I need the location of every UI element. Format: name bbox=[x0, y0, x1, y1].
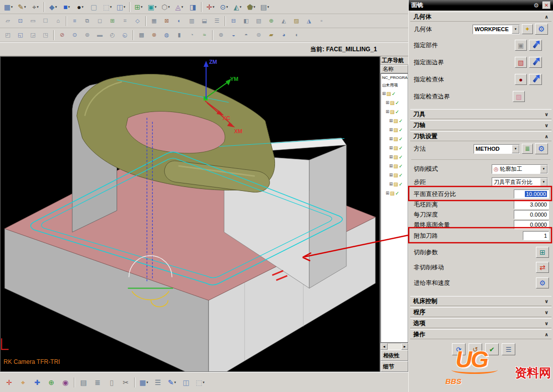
dropdown-arrow-icon[interactable]: ▾ bbox=[540, 165, 547, 173]
select-part-button[interactable]: ▣ bbox=[515, 40, 527, 51]
graphics-viewport[interactable]: ZM YM XC XM RK Camera TFR-TRI bbox=[0, 56, 380, 372]
section-actions[interactable]: 操作 ∧ bbox=[410, 329, 551, 339]
select-check-boundary-button[interactable]: ▨ bbox=[513, 91, 525, 102]
stepover-select[interactable]: 刀具平直百分比 ▾ bbox=[492, 177, 548, 187]
cut-pattern-select[interactable]: ◎ 轮廓加工 ▾ bbox=[492, 164, 548, 174]
expander-icon[interactable]: ⊞ bbox=[382, 91, 386, 96]
expander-icon[interactable]: ⊞ bbox=[389, 118, 393, 123]
toolbar-button[interactable]: ◻ bbox=[94, 16, 106, 27]
toolbar-button[interactable]: ◉ bbox=[59, 376, 72, 389]
dialog-title-bar[interactable]: 面铣 ⚙ ✕ bbox=[409, 0, 553, 11]
toolbar-button[interactable]: ⊞ bbox=[107, 16, 118, 27]
final-floor-stock-input[interactable]: 0.0000 bbox=[514, 220, 549, 229]
toolbar-button[interactable]: ☐ bbox=[40, 16, 51, 27]
toolbar-button[interactable]: ☰ bbox=[211, 16, 223, 27]
toolbar-button[interactable]: ◬▾ bbox=[173, 1, 186, 13]
display-part-button[interactable] bbox=[529, 40, 542, 51]
toolbar-button[interactable]: ⬚▾ bbox=[194, 376, 207, 389]
toolbar-button[interactable]: ▯ bbox=[105, 376, 118, 389]
toolbar-button[interactable]: ◕ bbox=[278, 30, 290, 41]
toolbar-button[interactable]: ◭ bbox=[278, 16, 290, 27]
toolbar-button[interactable]: ⊕ bbox=[45, 376, 58, 389]
expander-icon[interactable]: ⊞ bbox=[386, 190, 390, 195]
navigator-tree-row[interactable]: ⊞▨✓ bbox=[381, 89, 408, 98]
toolbar-button[interactable]: ⌂ bbox=[52, 16, 64, 27]
expander-icon[interactable]: ⊞ bbox=[389, 163, 393, 168]
blank-distance-input[interactable]: 3.0000 bbox=[514, 200, 549, 209]
navigator-tree-row[interactable]: ⊞▨✓ bbox=[381, 161, 408, 170]
toolbar-button[interactable]: ◳ bbox=[40, 30, 51, 41]
method-select[interactable]: METHOD ▾ bbox=[474, 144, 520, 154]
display-face-boundary-button[interactable] bbox=[529, 57, 542, 68]
toolbar-button[interactable]: ◭▾ bbox=[231, 1, 244, 13]
geometry-select[interactable]: WORKPIECE ▾ bbox=[473, 25, 520, 34]
toolbar-button[interactable]: ◰ bbox=[2, 30, 14, 41]
toolbar-button[interactable]: ☰ bbox=[151, 376, 164, 389]
expander-icon[interactable]: ⊞ bbox=[386, 109, 390, 114]
toolbar-button[interactable]: ✎▾ bbox=[165, 376, 178, 389]
toolbar-button[interactable]: ◱ bbox=[15, 30, 26, 41]
toolbar-button[interactable]: ▬ bbox=[94, 30, 106, 41]
navigator-tree-row[interactable]: ⊞▨✓ bbox=[381, 116, 408, 125]
toolbar-button[interactable]: ≡ bbox=[69, 16, 80, 27]
toolbar-button[interactable]: ✛▾ bbox=[204, 1, 217, 13]
toolbar-button[interactable]: ▮ bbox=[173, 30, 185, 41]
section-path-settings[interactable]: 刀轨设置 ∧ bbox=[410, 131, 551, 141]
feeds-speeds-button[interactable]: ⚙ bbox=[536, 277, 549, 288]
tree-item-unused[interactable]: ⊟ 未用项 bbox=[381, 81, 408, 89]
toolbar-button[interactable]: ▫ bbox=[316, 16, 327, 27]
toolbar-button[interactable]: ⊟ bbox=[228, 16, 239, 27]
new-geometry-button[interactable]: ✦ bbox=[522, 24, 533, 34]
dialog-close-button[interactable]: ✕ bbox=[542, 2, 550, 9]
toolbar-button[interactable]: ⊛ bbox=[215, 30, 227, 41]
toolbar-button[interactable]: ⊘ bbox=[56, 30, 68, 41]
navigator-tree-row[interactable]: ⊞▨✓ bbox=[381, 143, 408, 152]
toolbar-button[interactable]: ≈ bbox=[199, 30, 210, 41]
toolbar-button[interactable]: ▤▾ bbox=[258, 1, 271, 13]
toolbar-button[interactable]: ▰ bbox=[265, 30, 277, 41]
toolbar-button[interactable]: ◍ bbox=[161, 30, 172, 41]
toolbar-button[interactable]: ◲ bbox=[27, 30, 39, 41]
toolbar-button[interactable]: ⊕ bbox=[265, 16, 277, 27]
dropdown-arrow-icon[interactable]: ▾ bbox=[512, 25, 519, 34]
toolbar-button[interactable]: ⌖▾ bbox=[29, 1, 42, 13]
dropdown-arrow-icon[interactable]: ▾ bbox=[540, 178, 547, 186]
toolbar-button[interactable]: ✎▾ bbox=[16, 1, 28, 13]
scrollbar-track[interactable] bbox=[388, 343, 401, 350]
toolbar-button[interactable]: ≣ bbox=[91, 376, 104, 389]
toolbar-button[interactable]: ⬚▾ bbox=[101, 1, 114, 13]
toolbar-button[interactable]: ▣▾ bbox=[146, 1, 158, 13]
toolbar-button[interactable]: ⬓ bbox=[199, 16, 210, 27]
navigator-tree-row[interactable]: ⊞▨✓ bbox=[381, 107, 408, 116]
scroll-left-button[interactable]: ◄ bbox=[381, 343, 388, 350]
dependencies-panel-header[interactable]: 相依性 bbox=[381, 350, 408, 361]
toolbar-button[interactable]: ⌗ bbox=[119, 16, 131, 27]
toolbar-button[interactable]: ◫ bbox=[179, 376, 193, 389]
toolbar-button[interactable]: ⊞▾ bbox=[132, 1, 145, 13]
toolbar-button[interactable]: ⊜ bbox=[253, 30, 264, 41]
expander-icon[interactable]: ⊞ bbox=[389, 127, 393, 132]
section-tool[interactable]: 刀具 ∨ bbox=[410, 109, 551, 119]
toolbar-button[interactable]: ◴ bbox=[107, 30, 118, 41]
toolbar-button[interactable]: ◔ bbox=[186, 30, 198, 41]
expander-icon[interactable]: ⊞ bbox=[389, 136, 393, 141]
toolbar-button[interactable]: ✛ bbox=[3, 376, 16, 389]
toolbar-button[interactable]: ◒ bbox=[228, 30, 239, 41]
toolbar-button[interactable]: ⬟▾ bbox=[245, 1, 257, 13]
edit-geometry-button[interactable]: ⚙ bbox=[535, 24, 548, 35]
toolbar-button[interactable]: ◨ bbox=[187, 1, 199, 13]
navigator-hscrollbar[interactable]: ◄ ► bbox=[381, 343, 408, 350]
depth-per-cut-input[interactable]: 0.0000 bbox=[514, 210, 549, 219]
select-face-boundary-button[interactable]: ▧ bbox=[515, 57, 527, 68]
toolbar-button[interactable]: ⬡▾ bbox=[159, 1, 172, 13]
toolbar-button[interactable]: ⊡ bbox=[15, 16, 26, 27]
toolbar-button[interactable]: ⧉ bbox=[81, 16, 93, 27]
method-list-button[interactable]: ≣ bbox=[522, 144, 533, 154]
toolbar-button[interactable]: ⊙▾ bbox=[218, 1, 230, 13]
toolbar-button[interactable]: ▭ bbox=[27, 16, 39, 27]
toolbar-button[interactable]: ◵ bbox=[119, 30, 131, 41]
select-check-body-button[interactable]: ● bbox=[515, 74, 527, 85]
navigator-name-column-header[interactable]: 名称 bbox=[381, 65, 408, 73]
toolbar-button[interactable]: ▦ bbox=[148, 16, 160, 27]
toolbar-button[interactable]: ◧ bbox=[240, 16, 252, 27]
